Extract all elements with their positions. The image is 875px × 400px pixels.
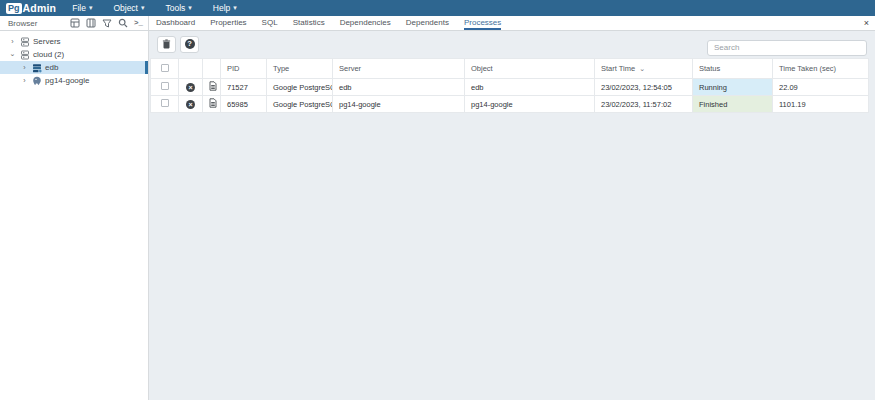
tab-dashboard[interactable]: Dashboard (156, 16, 195, 30)
table-header-row: PID Type Server Object Start Time⌄ Statu… (151, 59, 869, 79)
row-checkbox[interactable] (161, 99, 169, 107)
cell-pid: 71527 (221, 79, 267, 96)
cell-start-time: 23/02/2023, 12:54:05 (595, 79, 693, 96)
delete-process-button[interactable] (157, 36, 176, 53)
terminate-process-icon[interactable]: × (186, 83, 195, 92)
grid-view-icon[interactable] (85, 18, 96, 29)
server-group-icon (19, 50, 30, 60)
tab-statistics[interactable]: Statistics (293, 16, 325, 30)
column-header-type[interactable]: Type (267, 59, 333, 79)
menu-object-label: Object (113, 3, 138, 13)
search-container (707, 36, 867, 56)
menubar: File ▾ Object ▾ Tools ▾ Help ▾ (72, 3, 237, 13)
cell-object: pg14-google (465, 96, 595, 113)
tree-item-label: edb (45, 63, 58, 72)
tree-item-label: pg14-google (45, 76, 89, 85)
cell-status: Finished (693, 96, 773, 113)
tree-item-cloud[interactable]: ⌄ cloud (2) (0, 48, 148, 61)
cell-type: Google PostgreSQL (267, 96, 333, 113)
chevron-right-icon[interactable]: › (9, 38, 16, 45)
cell-status: Running (693, 79, 773, 96)
select-all-checkbox[interactable] (161, 64, 169, 72)
edb-server-icon (31, 63, 42, 73)
tree-item-edb[interactable]: › edb (0, 61, 148, 74)
column-header-status[interactable]: Status (693, 59, 773, 79)
chevron-down-icon: ▾ (141, 4, 145, 12)
stop-column-header (179, 59, 203, 79)
server-group-icon (19, 37, 30, 47)
query-tool-icon[interactable]: >_ (133, 18, 144, 29)
browser-toolbar: >_ (69, 18, 144, 29)
tab-dependents[interactable]: Dependents (406, 16, 449, 30)
column-header-server[interactable]: Server (333, 59, 465, 79)
cell-pid: 65985 (221, 96, 267, 113)
logo-admin-text: Admin (23, 2, 57, 14)
menu-tools-label: Tools (166, 3, 186, 13)
details-column-header (203, 59, 221, 79)
column-header-start-time[interactable]: Start Time⌄ (595, 59, 693, 79)
close-icon[interactable]: × (864, 19, 869, 28)
chevron-down-icon[interactable]: ⌄ (9, 50, 16, 57)
process-row: × 71527 Google PostgreSQL edb edb 23/02/… (151, 79, 869, 96)
menu-file[interactable]: File ▾ (72, 3, 92, 13)
menu-help-label: Help (213, 3, 230, 13)
tree-item-pg14-google[interactable]: › pg14-google (0, 74, 148, 87)
tree-item-label: cloud (2) (33, 50, 64, 59)
processes-panel: ? PID Type (149, 31, 875, 400)
menu-object[interactable]: Object ▾ (113, 3, 144, 13)
menu-help[interactable]: Help ▾ (213, 3, 237, 13)
trash-icon (162, 39, 171, 49)
filter-icon[interactable] (101, 18, 112, 29)
cell-time-taken: 1101.19 (773, 96, 869, 113)
object-explorer-sidebar: › Servers ⌄ cloud (2) › edb (0, 31, 149, 400)
cell-type: Google PostgreSQL (267, 79, 333, 96)
select-all-cell (151, 59, 179, 79)
sort-descending-icon: ⌄ (639, 65, 645, 72)
tab-processes[interactable]: Processes (464, 16, 501, 30)
process-row: × 65985 Google PostgreSQL pg14-google pg… (151, 96, 869, 113)
search-input[interactable] (707, 40, 867, 56)
panel-tabs: Dashboard Properties SQL Statistics Depe… (156, 16, 501, 30)
object-explorer-icon[interactable] (69, 18, 80, 29)
chevron-down-icon: ▾ (89, 4, 93, 12)
pgadmin-app: Pg Admin File ▾ Object ▾ Tools ▾ Help ▾ (0, 0, 875, 400)
tree-item-label: Servers (33, 37, 61, 46)
cell-object: edb (465, 79, 595, 96)
browser-panel-header: Browser >_ (0, 16, 149, 30)
cell-start-time: 23/02/2023, 11:57:02 (595, 96, 693, 113)
browser-panel-title: Browser (8, 19, 37, 28)
processes-table: PID Type Server Object Start Time⌄ Statu… (150, 58, 869, 113)
menu-file-label: File (72, 3, 86, 13)
tab-properties[interactable]: Properties (210, 16, 246, 30)
help-button[interactable]: ? (180, 36, 199, 53)
chevron-right-icon[interactable]: › (21, 64, 28, 71)
tab-sql[interactable]: SQL (262, 16, 278, 30)
tree-item-servers[interactable]: › Servers (0, 35, 148, 48)
process-details-icon[interactable] (209, 98, 217, 108)
terminate-process-icon[interactable]: × (186, 100, 195, 109)
chevron-right-icon[interactable]: › (21, 77, 28, 84)
cell-server: edb (333, 79, 465, 96)
cell-time-taken: 22.09 (773, 79, 869, 96)
chevron-down-icon: ▾ (233, 4, 237, 12)
cell-server: pg14-google (333, 96, 465, 113)
postgresql-server-icon (31, 76, 42, 86)
row-checkbox[interactable] (161, 82, 169, 90)
process-details-icon[interactable] (209, 81, 217, 91)
app-header: Pg Admin File ▾ Object ▾ Tools ▾ Help ▾ (0, 0, 875, 16)
chevron-down-icon: ▾ (188, 4, 192, 12)
tab-dependencies[interactable]: Dependencies (340, 16, 391, 30)
column-header-pid[interactable]: PID (221, 59, 267, 79)
search-icon[interactable] (117, 18, 128, 29)
logo-pg-badge: Pg (6, 3, 22, 14)
column-header-object[interactable]: Object (465, 59, 595, 79)
pgadmin-logo: Pg Admin (6, 2, 56, 14)
tab-bar: Browser >_ Dashboard Properties SQ (0, 16, 875, 31)
content-area: › Servers ⌄ cloud (2) › edb (0, 31, 875, 400)
column-header-time-taken[interactable]: Time Taken (sec) (773, 59, 869, 79)
menu-tools[interactable]: Tools ▾ (166, 3, 192, 13)
help-icon: ? (185, 39, 195, 49)
